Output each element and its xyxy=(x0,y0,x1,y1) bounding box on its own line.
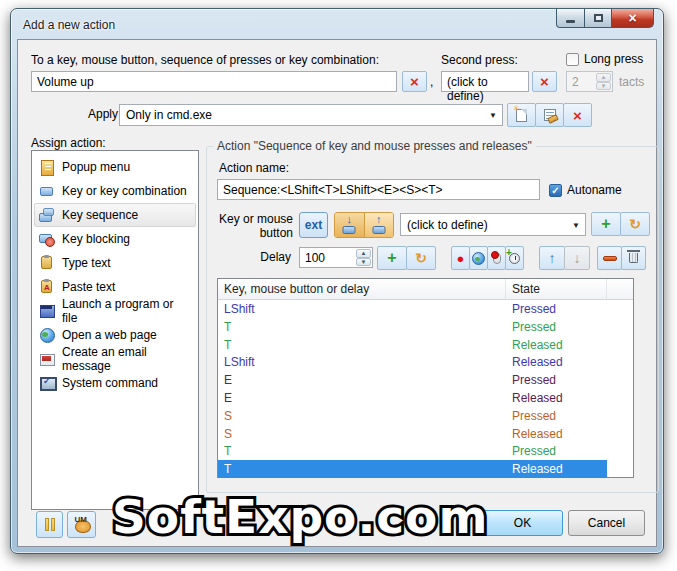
second-press-field[interactable]: (click to define) xyxy=(441,71,529,92)
ext-button[interactable]: ext xyxy=(299,212,328,238)
sidebar-item-paste-text[interactable]: Paste text xyxy=(34,275,196,299)
table-row[interactable]: TReleased xyxy=(218,336,633,354)
key-define-dropdown[interactable]: (click to define) ▼ xyxy=(400,213,586,236)
arrow-up-icon: ↑ xyxy=(549,250,556,266)
um-icon: UM xyxy=(73,517,91,533)
key-cell: T xyxy=(218,336,506,354)
um-button[interactable]: UM xyxy=(67,511,96,538)
apply-profile-dropdown[interactable]: Only in cmd.exe ▼ xyxy=(119,104,503,126)
key-define-value: (click to define) xyxy=(407,218,488,232)
pause-icon xyxy=(45,518,55,531)
delete-all-button[interactable] xyxy=(621,246,646,270)
autoname-label: Autoname xyxy=(567,183,622,197)
replace-key-button[interactable]: ↻ xyxy=(620,212,650,236)
clear-key-button[interactable]: × xyxy=(402,71,427,92)
key-cell: T xyxy=(218,460,506,478)
long-press-checkbox[interactable]: Long press xyxy=(566,52,643,66)
maximize-icon xyxy=(594,14,603,22)
sidebar-item-label: Key or key combination xyxy=(62,184,187,198)
table-row[interactable]: TReleased xyxy=(218,460,633,478)
sidebar-item-open-web-page[interactable]: Open a web page xyxy=(34,323,196,347)
spinner-down-icon: ▼ xyxy=(596,82,611,91)
add-key-button[interactable]: + xyxy=(591,212,621,236)
sidebar-item-key-combination[interactable]: Key or key combination xyxy=(34,179,196,203)
system-command-icon xyxy=(39,375,55,391)
replace-icon: ↻ xyxy=(629,216,641,232)
table-row[interactable]: EPressed xyxy=(218,371,633,389)
minimize-button[interactable] xyxy=(556,9,585,28)
column-header-filler xyxy=(607,279,633,299)
close-button[interactable]: × xyxy=(611,9,654,28)
key-sequence-icon xyxy=(39,207,55,223)
autoname-checkbox[interactable]: ✓ Autoname xyxy=(549,183,622,197)
add-icon: + xyxy=(387,251,396,265)
sidebar-item-key-sequence[interactable]: Key sequence xyxy=(34,203,196,227)
column-header[interactable]: State xyxy=(506,279,607,299)
remove-row-button[interactable] xyxy=(597,246,622,270)
delay-spinner[interactable]: 100 ▲ ▼ xyxy=(299,247,373,268)
apply-label: Apply xyxy=(88,107,118,121)
table-row[interactable]: SPressed xyxy=(218,407,633,425)
sidebar-item-type-text[interactable]: Type text xyxy=(34,251,196,275)
add-delay-button[interactable]: + xyxy=(377,246,407,270)
tacts-spinner: 2 ▲ ▼ xyxy=(566,71,613,92)
popup-menu-icon xyxy=(39,159,55,175)
edit-document-icon xyxy=(544,109,556,121)
sidebar-item-system-command[interactable]: System command xyxy=(34,371,196,395)
spinner-down-icon[interactable]: ▼ xyxy=(356,258,371,267)
state-cell: Released xyxy=(506,425,607,443)
delete-profile-button[interactable]: × xyxy=(563,103,592,127)
delay-value: 100 xyxy=(300,248,356,267)
clear-second-press-button[interactable]: × xyxy=(532,71,557,92)
assign-action-list[interactable]: Popup menuKey or key combinationKey sequ… xyxy=(31,150,199,510)
new-profile-button[interactable] xyxy=(507,103,536,127)
table-row[interactable]: TPressed xyxy=(218,442,633,460)
table-row[interactable]: LShiftReleased xyxy=(218,353,633,371)
replace-delay-button[interactable]: ↻ xyxy=(406,246,436,270)
maximize-button[interactable] xyxy=(584,9,612,28)
table-row[interactable]: TPressed xyxy=(218,318,633,336)
move-up-button[interactable]: ↑ xyxy=(539,246,565,270)
spinner-up-icon[interactable]: ▲ xyxy=(356,249,371,258)
keycap-icon xyxy=(372,226,385,234)
table-row[interactable]: LShiftPressed xyxy=(218,300,633,318)
sidebar-item-popup-menu[interactable]: Popup menu xyxy=(34,155,196,179)
action-name-input[interactable] xyxy=(217,179,540,200)
delete-icon: × xyxy=(410,73,419,90)
delete-icon: × xyxy=(573,107,582,124)
move-down-button[interactable]: ↓ xyxy=(564,246,590,270)
state-cell: Released xyxy=(506,389,607,407)
apply-profile-toolbar: × xyxy=(508,103,592,127)
key-cell: T xyxy=(218,318,506,336)
sidebar-item-launch-program[interactable]: Launch a program or file xyxy=(34,299,196,323)
sequence-table[interactable]: Key, mouse button or delayState LShiftPr… xyxy=(217,278,634,478)
key-input[interactable] xyxy=(31,71,397,92)
minus-icon xyxy=(603,256,617,261)
key-cell: LShift xyxy=(218,353,506,371)
record-button[interactable]: ● xyxy=(451,246,470,270)
record-web-button[interactable] xyxy=(469,246,488,270)
second-press-label: Second press: xyxy=(441,53,518,67)
column-header[interactable]: Key, mouse button or delay xyxy=(218,279,506,299)
title-bar[interactable]: Add a new action × xyxy=(11,9,663,39)
sidebar-item-email-message[interactable]: Create an email message xyxy=(34,347,196,371)
delete-icon: × xyxy=(540,73,549,90)
state-cell: Pressed xyxy=(506,371,607,389)
state-cell: Pressed xyxy=(506,407,607,425)
state-cell: Released xyxy=(506,336,607,354)
sidebar-item-label: Launch a program or file xyxy=(62,297,191,325)
key-release-button[interactable]: ↑ xyxy=(365,213,394,237)
pause-button[interactable] xyxy=(36,511,63,538)
sidebar-item-key-blocking[interactable]: Key blocking xyxy=(34,227,196,251)
record-mouse-button[interactable] xyxy=(487,246,506,270)
key-press-button[interactable]: ↓ xyxy=(335,213,365,237)
table-row[interactable]: EReleased xyxy=(218,389,633,407)
cancel-button[interactable]: Cancel xyxy=(568,510,645,536)
assign-key-label: To a key, mouse button, sequence of pres… xyxy=(31,53,379,67)
record-delay-button[interactable] xyxy=(505,246,524,270)
ok-button[interactable]: OK xyxy=(482,510,563,536)
edit-profile-button[interactable] xyxy=(535,103,564,127)
email-message-icon xyxy=(39,351,55,367)
action-group-title: Action "Sequence of key and mouse presse… xyxy=(213,139,536,153)
table-row[interactable]: SReleased xyxy=(218,425,633,443)
